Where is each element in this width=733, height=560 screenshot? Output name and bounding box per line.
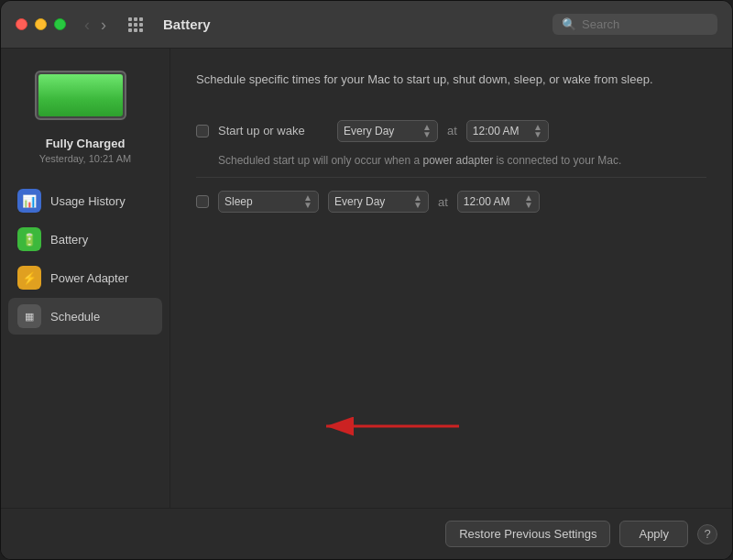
- schedule-section: Start up or wake Every Day ▲▼ at 12:00 A…: [196, 111, 706, 223]
- window-title: Battery: [163, 16, 542, 32]
- sidebar-nav: 📊 Usage History 🔋 Battery ⚡ Power Adapte…: [1, 182, 170, 335]
- search-icon: 🔍: [562, 17, 576, 31]
- forward-button[interactable]: ›: [97, 15, 110, 35]
- description-text: Schedule specific times for your Mac to …: [196, 71, 706, 89]
- back-button[interactable]: ‹: [81, 15, 93, 35]
- battery-body: [35, 71, 126, 120]
- startup-checkbox[interactable]: [196, 125, 209, 137]
- sidebar-item-schedule[interactable]: ▦ Schedule: [8, 298, 162, 335]
- startup-label: Start up or wake: [218, 124, 328, 137]
- titlebar: ‹ › Battery 🔍: [1, 1, 732, 49]
- minimize-button[interactable]: [35, 18, 47, 30]
- grid-icon[interactable]: [128, 17, 145, 32]
- startup-time-value: 12:00 AM: [473, 125, 520, 137]
- search-input[interactable]: [582, 17, 701, 31]
- battery-icon-container: [35, 71, 136, 126]
- startup-hint: Scheduled start up will only occur when …: [218, 153, 706, 169]
- sidebar-item-label: Schedule: [50, 310, 100, 324]
- app-window: ‹ › Battery 🔍 Fully Charged Yesterda: [0, 0, 733, 560]
- sleep-day-value: Every Day: [334, 195, 385, 208]
- sidebar-item-label: Battery: [50, 233, 88, 247]
- startup-at-label: at: [447, 124, 457, 137]
- maximize-button[interactable]: [54, 18, 66, 30]
- bottom-bar: Restore Previous Settings Apply ?: [1, 508, 732, 559]
- main-area: Fully Charged Yesterday, 10:21 AM 📊 Usag…: [1, 49, 732, 508]
- sidebar-item-battery[interactable]: 🔋 Battery: [8, 221, 162, 258]
- power-adapter-icon: ⚡: [17, 266, 41, 290]
- sleep-day-arrow: ▲▼: [413, 194, 422, 209]
- sleep-action-dropdown[interactable]: Sleep ▲▼: [218, 191, 319, 213]
- schedule-row-2: Sleep ▲▼ Every Day ▲▼ at 12:00 AM ▲▼: [196, 181, 706, 222]
- help-button[interactable]: ?: [697, 524, 717, 544]
- battery-icon: 🔋: [17, 227, 41, 251]
- restore-button[interactable]: Restore Previous Settings: [445, 521, 610, 547]
- startup-dropdown-value: Every Day: [344, 125, 394, 137]
- sidebar-item-label: Power Adapter: [50, 271, 128, 285]
- apply-button[interactable]: Apply: [619, 521, 688, 547]
- schedule-divider: [196, 177, 706, 178]
- sidebar: Fully Charged Yesterday, 10:21 AM 📊 Usag…: [1, 49, 170, 508]
- battery-fill: [38, 74, 123, 116]
- battery-status-label: Fully Charged: [46, 137, 126, 150]
- sleep-dropdown-arrow: ▲▼: [303, 194, 312, 209]
- sidebar-item-power-adapter[interactable]: ⚡ Power Adapter: [8, 259, 162, 296]
- sleep-action-value: Sleep: [224, 195, 253, 208]
- sleep-checkbox[interactable]: [196, 195, 209, 208]
- schedule-icon: ▦: [17, 304, 41, 328]
- sleep-time-value: 12:00 AM: [464, 195, 510, 208]
- search-bar[interactable]: 🔍: [552, 14, 717, 35]
- sleep-time-arrow: ▲▼: [524, 194, 533, 209]
- sleep-at-label: at: [438, 195, 448, 209]
- startup-time-select[interactable]: 12:00 AM ▲▼: [466, 120, 549, 142]
- battery-time-label: Yesterday, 10:21 AM: [39, 153, 131, 164]
- startup-time-arrow: ▲▼: [533, 124, 542, 138]
- sidebar-item-label: Usage History: [50, 194, 126, 208]
- sleep-day-dropdown[interactable]: Every Day ▲▼: [328, 191, 429, 213]
- sidebar-item-usage-history[interactable]: 📊 Usage History: [8, 182, 162, 219]
- startup-dropdown[interactable]: Every Day ▲▼: [337, 120, 438, 142]
- startup-dropdown-arrow: ▲▼: [422, 124, 432, 138]
- traffic-lights: [16, 18, 66, 30]
- close-button[interactable]: [16, 18, 27, 30]
- content-panel: Schedule specific times for your Mac to …: [170, 49, 732, 508]
- usage-history-icon: 📊: [17, 189, 41, 213]
- sleep-time-select[interactable]: 12:00 AM ▲▼: [457, 191, 540, 213]
- nav-buttons: ‹ ›: [81, 15, 110, 35]
- schedule-row-1: Start up or wake Every Day ▲▼ at 12:00 A…: [196, 111, 706, 151]
- annotation-arrow: [317, 406, 464, 446]
